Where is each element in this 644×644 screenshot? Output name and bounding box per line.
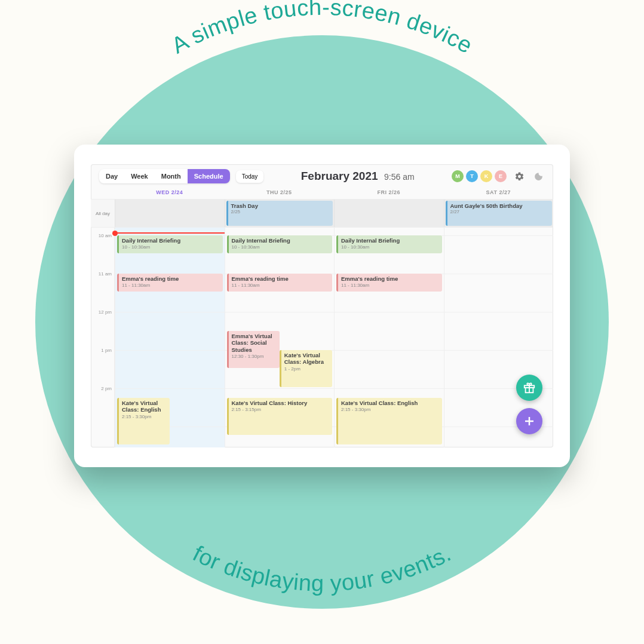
event-time: 10 - 10:30am	[232, 244, 330, 250]
calendar-event[interactable]: Emma's Virtual Class: Social Studies12:3…	[227, 331, 280, 368]
allday-cell[interactable]: Aunt Gayle's 50th Birthday2/27	[444, 200, 554, 227]
title-month: February 2021	[301, 170, 378, 182]
event-date: 2/25	[231, 209, 330, 214]
svg-text:A simple touch-screen device: A simple touch-screen device	[167, 0, 477, 58]
event-title: Emma's reading time	[232, 275, 330, 282]
event-time: 2:15 - 3:30pm	[122, 414, 167, 420]
day-columns: Daily Internal Briefing10 - 10:30amEmma'…	[115, 228, 553, 447]
event-time: 10 - 10:30am	[122, 244, 220, 250]
event-title: Emma's reading time	[341, 275, 439, 282]
avatar[interactable]: E	[495, 170, 507, 182]
screen: DayWeekMonthSchedule Today February 2021…	[91, 164, 553, 447]
event-title: Emma's Virtual Class: Social Studies	[232, 333, 277, 353]
calendar-event[interactable]: Kate's Virtual Class: English2:15 - 3:30…	[117, 398, 170, 444]
time-label: 11 am	[99, 271, 112, 276]
event-time: 11 - 11:30am	[341, 283, 439, 289]
event-time: 12:30 - 1:30pm	[232, 354, 277, 360]
calendar-event[interactable]: Emma's reading time11 - 11:30am	[227, 274, 333, 292]
avatar[interactable]: T	[466, 170, 478, 182]
gift-button[interactable]	[516, 375, 542, 401]
day-column[interactable]: Daily Internal Briefing10 - 10:30amEmma'…	[225, 228, 335, 447]
today-button[interactable]: Today	[236, 170, 264, 183]
device-frame: DayWeekMonthSchedule Today February 2021…	[74, 145, 570, 467]
moon-icon[interactable]	[532, 170, 545, 183]
event-title: Daily Internal Briefing	[122, 237, 220, 244]
time-label: 1 pm	[101, 347, 112, 352]
calendar-event[interactable]: Kate's Virtual Class: English2:15 - 3:30…	[336, 398, 442, 444]
event-title: Kate's Virtual Class: English	[341, 400, 439, 406]
event-time: 11 - 11:30am	[122, 283, 220, 289]
calendar-event[interactable]: Daily Internal Briefing10 - 10:30am	[227, 235, 333, 253]
day-headers: WED 2/24THU 2/25FRI 2/26SAT 2/27	[91, 187, 553, 199]
day-header[interactable]: THU 2/25	[225, 187, 335, 199]
allday-row: All day Trash Day2/25 Aunt Gayle's 50th …	[91, 199, 553, 228]
event-title: Emma's reading time	[122, 275, 220, 282]
event-time: 11 - 11:30am	[232, 283, 330, 289]
event-date: 2/27	[450, 209, 550, 214]
allday-cell[interactable]: Trash Day2/25	[225, 200, 335, 227]
event-title: Daily Internal Briefing	[341, 237, 439, 244]
marketing-text-top: A simple touch-screen device	[53, 9, 591, 149]
event-time: 2:15 - 3:15pm	[232, 407, 330, 413]
add-button[interactable]	[516, 408, 542, 434]
allday-label: All day	[91, 200, 115, 227]
time-label: 2 pm	[101, 385, 112, 391]
day-header[interactable]: SAT 2/27	[444, 187, 554, 199]
svg-text:for displaying your events.: for displaying your events.	[189, 541, 455, 596]
event-title: Trash Day	[231, 203, 330, 209]
title-time: 9:56 am	[384, 172, 415, 182]
tab-day[interactable]: Day	[99, 169, 124, 183]
toolbar: DayWeekMonthSchedule Today February 2021…	[91, 164, 553, 187]
event-title: Aunt Gayle's 50th Birthday	[450, 203, 550, 209]
calendar-event[interactable]: Daily Internal Briefing10 - 10:30am	[117, 235, 223, 253]
now-indicator	[115, 232, 225, 234]
event-title: Kate's Virtual Class: History	[232, 400, 330, 406]
page-title: February 2021 9:56 am	[269, 170, 446, 183]
event-time: 10 - 10:30am	[341, 244, 439, 250]
avatar[interactable]: M	[452, 170, 464, 182]
event-title: Daily Internal Briefing	[232, 237, 330, 244]
allday-cell[interactable]	[115, 200, 225, 227]
event-time: 1 - 2pm	[284, 366, 329, 372]
day-header[interactable]: FRI 2/26	[334, 187, 444, 199]
calendar-event[interactable]: Emma's reading time11 - 11:30am	[117, 274, 223, 292]
time-label: 10 am	[99, 232, 112, 238]
gear-icon[interactable]	[513, 170, 526, 183]
allday-event[interactable]: Trash Day2/25	[226, 201, 333, 226]
calendar-event[interactable]: Kate's Virtual Class: History2:15 - 3:15…	[227, 398, 333, 435]
tab-week[interactable]: Week	[124, 169, 155, 183]
allday-cell[interactable]	[334, 200, 444, 227]
calendar-grid: 10 am11 am12 pm1 pm2 pm Daily Internal B…	[91, 228, 553, 447]
time-label: 12 pm	[99, 309, 112, 314]
event-title: Kate's Virtual Class: Algebra	[284, 352, 329, 366]
day-column[interactable]: Daily Internal Briefing10 - 10:30amEmma'…	[334, 228, 444, 447]
calendar-event[interactable]: Daily Internal Briefing10 - 10:30am	[336, 235, 442, 253]
tab-month[interactable]: Month	[155, 169, 188, 183]
event-title: Kate's Virtual Class: English	[122, 400, 167, 413]
calendar-event[interactable]: Kate's Virtual Class: Algebra1 - 2pm	[280, 350, 332, 387]
event-time: 2:15 - 3:30pm	[341, 407, 439, 413]
time-column: 10 am11 am12 pm1 pm2 pm	[91, 228, 115, 447]
marketing-text-bottom: for displaying your events.	[53, 504, 591, 626]
allday-event[interactable]: Aunt Gayle's 50th Birthday2/27	[446, 201, 553, 226]
day-header[interactable]: WED 2/24	[115, 187, 225, 199]
tab-schedule[interactable]: Schedule	[188, 169, 230, 183]
user-badges: MTKE	[452, 170, 507, 182]
avatar[interactable]: K	[480, 170, 492, 182]
view-tabs: DayWeekMonthSchedule	[99, 169, 230, 183]
day-column[interactable]: Daily Internal Briefing10 - 10:30amEmma'…	[115, 228, 225, 447]
calendar-event[interactable]: Emma's reading time11 - 11:30am	[336, 274, 442, 292]
